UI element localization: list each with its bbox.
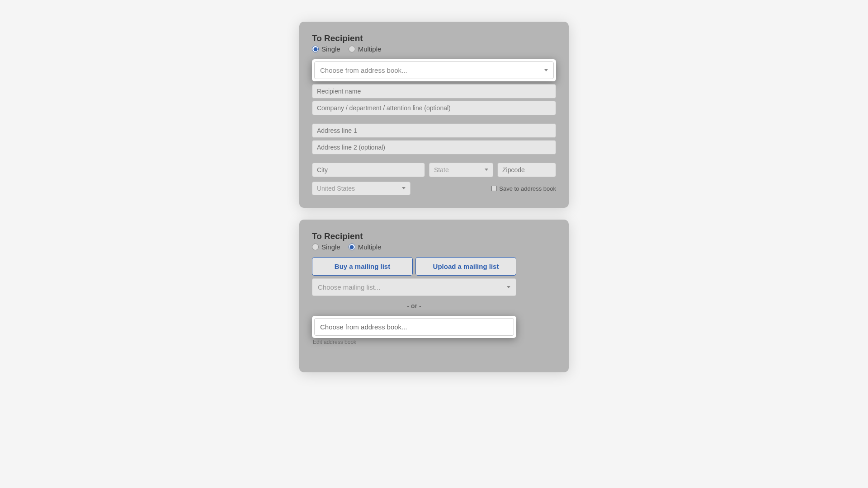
select-placeholder: Choose mailing list... <box>318 283 380 291</box>
select-placeholder: State <box>434 166 449 174</box>
address-line-1-input[interactable] <box>312 123 556 138</box>
company-line-input[interactable] <box>312 101 556 115</box>
radio-label: Single <box>321 243 340 251</box>
radio-single[interactable]: Single <box>312 243 340 251</box>
radio-label: Single <box>321 45 340 53</box>
mailing-list-select[interactable]: Choose mailing list... <box>312 278 516 296</box>
select-placeholder: Choose from address book... <box>320 323 407 331</box>
recipient-panel-multiple: To Recipient Single Multiple Buy a maili… <box>299 220 569 372</box>
or-divider: - or - <box>312 302 516 310</box>
country-select[interactable]: United States <box>312 182 410 195</box>
address-book-select[interactable]: Choose from address book... <box>314 318 514 336</box>
zipcode-input[interactable] <box>497 163 556 177</box>
radio-icon <box>312 244 319 250</box>
checkbox-icon <box>491 186 497 191</box>
buy-mailing-list-button[interactable]: Buy a mailing list <box>312 257 413 276</box>
address-book-highlight: Choose from address book... <box>312 316 516 338</box>
panel-title: To Recipient <box>312 231 556 241</box>
select-placeholder: Choose from address book... <box>320 66 407 74</box>
radio-icon <box>312 46 319 52</box>
chevron-down-icon <box>484 169 488 171</box>
radio-multiple[interactable]: Multiple <box>349 243 382 251</box>
radio-label: Multiple <box>358 45 382 53</box>
panel-title: To Recipient <box>312 33 556 43</box>
radio-multiple[interactable]: Multiple <box>349 45 382 53</box>
select-value: United States <box>317 185 355 192</box>
recipient-panel-single: To Recipient Single Multiple Choose from… <box>299 22 569 208</box>
radio-single[interactable]: Single <box>312 45 340 53</box>
address-fields: State United States Save to address book <box>312 84 556 195</box>
address-book-select[interactable]: Choose from address book... <box>314 61 554 79</box>
upload-mailing-list-button[interactable]: Upload a mailing list <box>415 257 516 276</box>
recipient-name-input[interactable] <box>312 84 556 99</box>
address-line-2-input[interactable] <box>312 140 556 155</box>
save-to-address-book-checkbox[interactable]: Save to address book <box>491 185 556 192</box>
radio-label: Multiple <box>358 243 382 251</box>
city-input[interactable] <box>312 163 425 177</box>
recipient-type-radios: Single Multiple <box>312 45 556 53</box>
recipient-type-radios: Single Multiple <box>312 243 556 251</box>
chevron-down-icon <box>543 69 548 72</box>
state-select[interactable]: State <box>429 163 493 177</box>
radio-icon <box>349 46 355 52</box>
chevron-down-icon <box>401 187 406 190</box>
radio-icon <box>349 244 355 250</box>
checkbox-label: Save to address book <box>499 185 556 192</box>
edit-address-book-link[interactable]: Edit address book <box>313 339 516 345</box>
chevron-down-icon <box>506 286 510 289</box>
address-book-highlight: Choose from address book... <box>312 59 556 81</box>
